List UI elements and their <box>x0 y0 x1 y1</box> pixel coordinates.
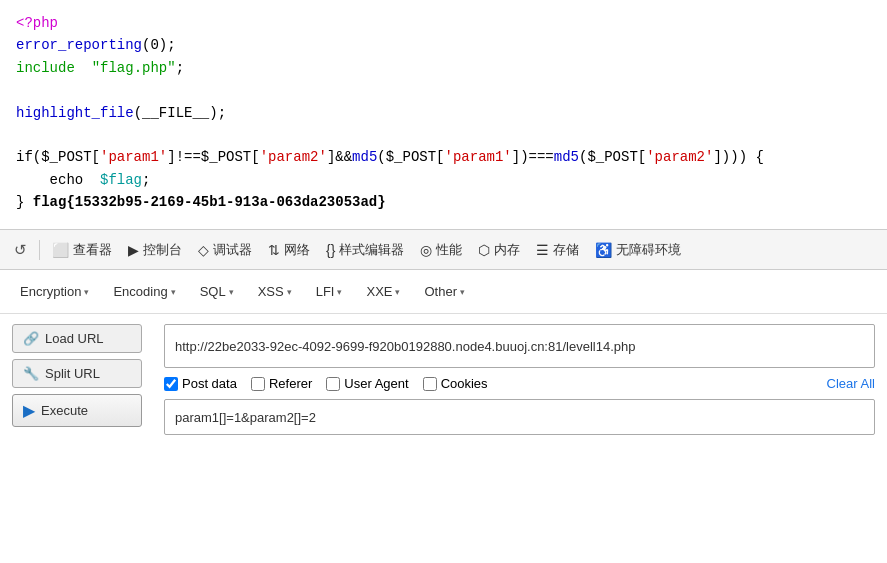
performance-icon: ◎ <box>420 242 432 258</box>
code-line-1: <?php <box>16 12 871 34</box>
code-line-4 <box>16 79 871 101</box>
url-input[interactable] <box>164 324 875 368</box>
toolbar-performance[interactable]: ◎ 性能 <box>414 237 468 263</box>
execute-button[interactable]: ▶ Execute <box>12 394 142 427</box>
referer-checkbox-label[interactable]: Referer <box>251 376 312 391</box>
url-area: Post data Referer User Agent Cookies Cle… <box>164 324 875 435</box>
split-url-button[interactable]: 🔧 Split URL <box>12 359 142 388</box>
menu-encoding-label: Encoding <box>113 284 167 299</box>
options-row: Post data Referer User Agent Cookies Cle… <box>164 376 875 391</box>
split-url-label: Split URL <box>45 366 100 381</box>
referer-checkbox[interactable] <box>251 377 265 391</box>
code-line-2: error_reporting(0); <box>16 34 871 56</box>
toolbar-style-editor[interactable]: {} 样式编辑器 <box>320 237 410 263</box>
menu-encoding[interactable]: Encoding ▾ <box>105 280 183 303</box>
code-display: <?php error_reporting(0); include "flag.… <box>0 0 887 230</box>
code-line-8: echo $flag; <box>16 169 871 191</box>
storage-icon: ☰ <box>536 242 549 258</box>
toolbar-inspector[interactable]: ⬜ 查看器 <box>46 237 118 263</box>
menu-encryption-label: Encryption <box>20 284 81 299</box>
console-icon: ▶ <box>128 242 139 258</box>
toolbar-debugger-label: 调试器 <box>213 241 252 259</box>
toolbar-network[interactable]: ⇅ 网络 <box>262 237 316 263</box>
action-buttons: 🔗 Load URL 🔧 Split URL ▶ Execute <box>12 324 152 435</box>
load-url-label: Load URL <box>45 331 104 346</box>
toolbar-debugger[interactable]: ◇ 调试器 <box>192 237 258 263</box>
toolbar-accessibility[interactable]: ♿ 无障碍环境 <box>589 237 687 263</box>
clear-all-button[interactable]: Clear All <box>827 376 875 391</box>
toolbar-network-label: 网络 <box>284 241 310 259</box>
user-agent-checkbox-label[interactable]: User Agent <box>326 376 408 391</box>
lfi-dropdown-arrow: ▾ <box>337 287 342 297</box>
code-line-9: } flag{15332b95-2169-45b1-913a-063da2305… <box>16 191 871 213</box>
xss-dropdown-arrow: ▾ <box>287 287 292 297</box>
toolbar-style-editor-label: 样式编辑器 <box>339 241 404 259</box>
toolbar-refresh[interactable]: ↺ <box>8 237 33 263</box>
user-agent-label: User Agent <box>344 376 408 391</box>
post-data-checkbox[interactable] <box>164 377 178 391</box>
encoding-dropdown-arrow: ▾ <box>171 287 176 297</box>
cookies-checkbox[interactable] <box>423 377 437 391</box>
style-editor-icon: {} <box>326 242 335 258</box>
main-panel: 🔗 Load URL 🔧 Split URL ▶ Execute Post da… <box>0 314 887 445</box>
devtools-toolbar: ↺ ⬜ 查看器 ▶ 控制台 ◇ 调试器 ⇅ 网络 {} 样式编辑器 ◎ 性能 ⬡… <box>0 230 887 270</box>
referer-label: Referer <box>269 376 312 391</box>
post-data-checkbox-label[interactable]: Post data <box>164 376 237 391</box>
menu-bar: Encryption ▾ Encoding ▾ SQL ▾ XSS ▾ LFI … <box>0 270 887 314</box>
toolbar-memory[interactable]: ⬡ 内存 <box>472 237 526 263</box>
sql-dropdown-arrow: ▾ <box>229 287 234 297</box>
refresh-icon: ↺ <box>14 241 27 259</box>
cookies-checkbox-label[interactable]: Cookies <box>423 376 488 391</box>
load-url-button[interactable]: 🔗 Load URL <box>12 324 142 353</box>
menu-sql[interactable]: SQL ▾ <box>192 280 242 303</box>
menu-xss-label: XSS <box>258 284 284 299</box>
user-agent-checkbox[interactable] <box>326 377 340 391</box>
toolbar-accessibility-label: 无障碍环境 <box>616 241 681 259</box>
menu-other-label: Other <box>424 284 457 299</box>
menu-encryption[interactable]: Encryption ▾ <box>12 280 97 303</box>
load-url-icon: 🔗 <box>23 331 39 346</box>
encryption-dropdown-arrow: ▾ <box>84 287 89 297</box>
menu-xss[interactable]: XSS ▾ <box>250 280 300 303</box>
toolbar-performance-label: 性能 <box>436 241 462 259</box>
toolbar-divider-1 <box>39 240 40 260</box>
menu-xxe-label: XXE <box>366 284 392 299</box>
menu-other[interactable]: Other ▾ <box>416 280 473 303</box>
code-line-6 <box>16 124 871 146</box>
post-data-input[interactable] <box>164 399 875 435</box>
code-line-7: if($_POST['param1']!==$_POST['param2']&&… <box>16 146 871 168</box>
post-data-label: Post data <box>182 376 237 391</box>
memory-icon: ⬡ <box>478 242 490 258</box>
execute-label: Execute <box>41 403 88 418</box>
toolbar-memory-label: 内存 <box>494 241 520 259</box>
toolbar-console[interactable]: ▶ 控制台 <box>122 237 188 263</box>
execute-icon: ▶ <box>23 401 35 420</box>
xxe-dropdown-arrow: ▾ <box>395 287 400 297</box>
menu-sql-label: SQL <box>200 284 226 299</box>
debugger-icon: ◇ <box>198 242 209 258</box>
inspector-icon: ⬜ <box>52 242 69 258</box>
toolbar-console-label: 控制台 <box>143 241 182 259</box>
accessibility-icon: ♿ <box>595 242 612 258</box>
menu-xxe[interactable]: XXE ▾ <box>358 280 408 303</box>
code-line-5: highlight_file(__FILE__); <box>16 102 871 124</box>
toolbar-storage-label: 存储 <box>553 241 579 259</box>
toolbar-inspector-label: 查看器 <box>73 241 112 259</box>
other-dropdown-arrow: ▾ <box>460 287 465 297</box>
toolbar-storage[interactable]: ☰ 存储 <box>530 237 585 263</box>
menu-lfi[interactable]: LFI ▾ <box>308 280 351 303</box>
split-url-icon: 🔧 <box>23 366 39 381</box>
code-line-3: include "flag.php"; <box>16 57 871 79</box>
network-icon: ⇅ <box>268 242 280 258</box>
menu-lfi-label: LFI <box>316 284 335 299</box>
cookies-label: Cookies <box>441 376 488 391</box>
